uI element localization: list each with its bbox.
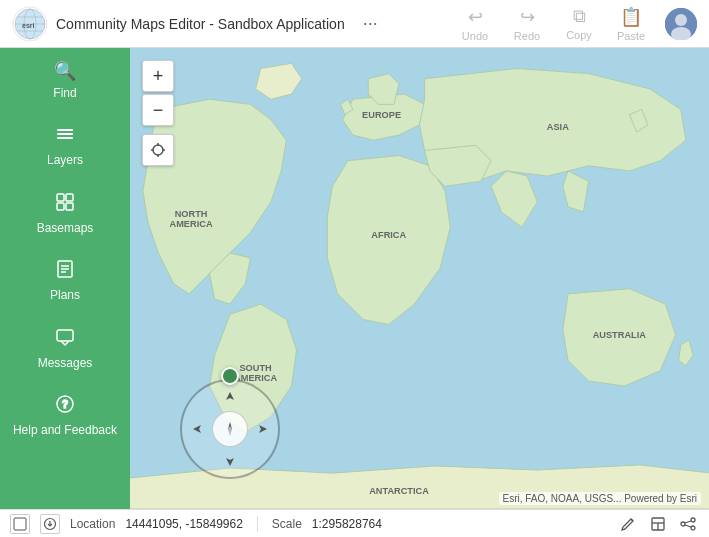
copy-button[interactable]: ⧉ Copy bbox=[561, 6, 597, 41]
plans-icon bbox=[55, 259, 75, 284]
zoom-out-button[interactable]: − bbox=[142, 94, 174, 126]
status-divider-1 bbox=[257, 516, 258, 532]
redo-button[interactable]: ↪ Redo bbox=[509, 6, 545, 42]
sidebar-item-messages[interactable]: Messages bbox=[0, 315, 130, 382]
svg-text:NORTH: NORTH bbox=[175, 209, 208, 219]
locate-button[interactable] bbox=[142, 134, 174, 166]
compass-left-button[interactable] bbox=[188, 419, 208, 439]
toolbar-actions: ↩ Undo ↪ Redo ⧉ Copy 📋 Paste bbox=[457, 6, 697, 42]
svg-rect-13 bbox=[57, 194, 64, 201]
sidebar-label-help: Help and Feedback bbox=[13, 423, 117, 437]
status-table-icon[interactable] bbox=[647, 513, 669, 535]
svg-point-34 bbox=[153, 145, 163, 155]
svg-text:?: ? bbox=[62, 399, 68, 410]
map-attribution: Esri, FAO, NOAA, USGS... Powered by Esri bbox=[499, 492, 702, 505]
svg-point-54 bbox=[681, 522, 685, 526]
svg-rect-21 bbox=[57, 330, 73, 341]
status-grid-icon[interactable] bbox=[10, 514, 30, 534]
compass-handle[interactable] bbox=[221, 367, 239, 385]
compass-up-button[interactable] bbox=[220, 387, 240, 407]
avatar-icon bbox=[665, 8, 697, 40]
grid-icon bbox=[13, 517, 27, 531]
sidebar-label-messages: Messages bbox=[38, 356, 93, 370]
layers-icon bbox=[55, 124, 75, 149]
sidebar-item-help[interactable]: ? Help and Feedback bbox=[0, 382, 130, 449]
svg-rect-12 bbox=[57, 129, 73, 131]
status-edit-icon[interactable] bbox=[617, 513, 639, 535]
sidebar: 🔍 Find Layers Basema bbox=[0, 48, 130, 509]
svg-text:ASIA: ASIA bbox=[547, 122, 569, 132]
compass-left-icon bbox=[192, 423, 204, 435]
svg-point-53 bbox=[691, 518, 695, 522]
statusbar: Location 14441095, -15849962 Scale 1:295… bbox=[0, 509, 709, 537]
redo-label: Redo bbox=[514, 30, 540, 42]
topbar: esri Community Maps Editor - Sandbox App… bbox=[0, 0, 709, 48]
location-label: Location bbox=[70, 517, 115, 531]
svg-line-49 bbox=[631, 519, 633, 521]
status-download-icon[interactable] bbox=[40, 514, 60, 534]
scale-label: Scale bbox=[272, 517, 302, 531]
locate-icon bbox=[150, 142, 166, 158]
download-icon bbox=[43, 517, 57, 531]
svg-text:SOUTH: SOUTH bbox=[239, 363, 272, 373]
paste-icon: 📋 bbox=[620, 6, 642, 28]
sidebar-item-basemaps[interactable]: Basemaps bbox=[0, 180, 130, 247]
basemaps-icon bbox=[55, 192, 75, 217]
app-logo[interactable]: esri bbox=[12, 6, 48, 42]
svg-rect-10 bbox=[57, 137, 73, 139]
undo-icon: ↩ bbox=[468, 6, 483, 28]
sidebar-label-find: Find bbox=[53, 86, 76, 100]
edit-icon bbox=[620, 516, 636, 532]
svg-rect-15 bbox=[57, 203, 64, 210]
esri-logo-icon: esri bbox=[12, 6, 48, 42]
svg-point-8 bbox=[675, 14, 687, 26]
sidebar-item-find[interactable]: 🔍 Find bbox=[0, 48, 130, 112]
scale-value: 1:295828764 bbox=[312, 517, 382, 531]
paste-button[interactable]: 📋 Paste bbox=[613, 6, 649, 42]
compass-north-icon bbox=[221, 420, 239, 438]
status-share-icon[interactable] bbox=[677, 513, 699, 535]
compass-outer bbox=[180, 379, 280, 479]
copy-icon: ⧉ bbox=[573, 6, 586, 27]
compass-center[interactable] bbox=[212, 411, 248, 447]
app-title: Community Maps Editor - Sandbox Applicat… bbox=[56, 16, 345, 32]
compass-widget[interactable] bbox=[180, 379, 280, 479]
help-icon: ? bbox=[55, 394, 75, 419]
messages-icon bbox=[55, 327, 75, 352]
zoom-in-button[interactable]: + bbox=[142, 60, 174, 92]
sidebar-item-layers[interactable]: Layers bbox=[0, 112, 130, 179]
svg-text:AFRICA: AFRICA bbox=[371, 230, 406, 240]
status-right-icons bbox=[617, 513, 699, 535]
svg-rect-11 bbox=[57, 133, 73, 135]
compass-down-button[interactable] bbox=[220, 451, 240, 471]
copy-label: Copy bbox=[566, 29, 592, 41]
svg-rect-45 bbox=[14, 518, 26, 530]
svg-text:EUROPE: EUROPE bbox=[362, 110, 401, 120]
compass-up-icon bbox=[224, 391, 236, 403]
undo-label: Undo bbox=[462, 30, 488, 42]
svg-text:ANTARCTICA: ANTARCTICA bbox=[369, 486, 429, 496]
more-button[interactable]: ··· bbox=[357, 11, 384, 36]
compass-right-button[interactable] bbox=[252, 419, 272, 439]
svg-line-57 bbox=[685, 525, 691, 527]
user-avatar[interactable] bbox=[665, 8, 697, 40]
svg-text:esri: esri bbox=[22, 22, 35, 29]
sidebar-label-basemaps: Basemaps bbox=[37, 221, 94, 235]
map-background: NORTH AMERICA EUROPE ASIA AFRICA SOUTH A… bbox=[130, 48, 709, 509]
svg-rect-16 bbox=[66, 203, 73, 210]
sidebar-item-plans[interactable]: Plans bbox=[0, 247, 130, 314]
svg-marker-40 bbox=[226, 458, 234, 466]
map-container[interactable]: NORTH AMERICA EUROPE ASIA AFRICA SOUTH A… bbox=[130, 48, 709, 509]
share-icon bbox=[680, 516, 696, 532]
map-toolbar: + − bbox=[142, 60, 174, 166]
svg-marker-42 bbox=[259, 425, 267, 433]
paste-label: Paste bbox=[617, 30, 645, 42]
svg-text:AUSTRALIA: AUSTRALIA bbox=[593, 330, 647, 340]
svg-line-56 bbox=[685, 521, 691, 523]
undo-button[interactable]: ↩ Undo bbox=[457, 6, 493, 42]
svg-marker-39 bbox=[226, 392, 234, 400]
main-area: 🔍 Find Layers Basema bbox=[0, 48, 709, 509]
sidebar-label-layers: Layers bbox=[47, 153, 83, 167]
sidebar-label-plans: Plans bbox=[50, 288, 80, 302]
location-value: 14441095, -15849962 bbox=[125, 517, 242, 531]
